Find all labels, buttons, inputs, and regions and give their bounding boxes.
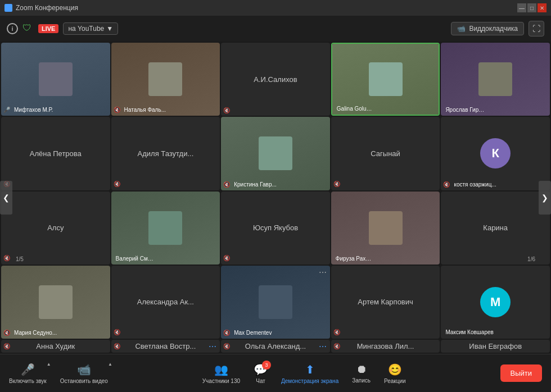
bottom-toolbar: 🎤 Включить звук ▲ 📹 Остановить видео ▲ 👥… bbox=[0, 354, 551, 392]
participant-cell-24[interactable]: Мингазова Лил... 🔇 bbox=[331, 340, 440, 353]
share-screen-icon: ⬆ bbox=[305, 363, 315, 376]
chat-label: Чат bbox=[256, 378, 265, 384]
participant-name-17: Александра Ак... bbox=[135, 295, 196, 308]
participant-name-12: Валерий Смор... bbox=[114, 255, 156, 262]
participant-name-18: Max Dementev bbox=[232, 329, 274, 336]
participant-cell-8[interactable]: 🔇 Кристина Гавр... bbox=[221, 117, 330, 190]
participant-name-21: Анна Худик bbox=[34, 340, 77, 353]
top-bar-right: 📹 Виддокладчика ⛶ bbox=[451, 21, 544, 37]
participant-name-2: Наталья Фаль... bbox=[122, 106, 168, 113]
avatar-10: К bbox=[480, 138, 511, 168]
video-label: Остановить видео bbox=[60, 378, 108, 384]
participant-cell-25[interactable]: Иван Евграфов bbox=[441, 340, 550, 353]
participant-cell-12[interactable]: Валерий Смор... bbox=[111, 192, 220, 265]
participant-cell-2[interactable]: 🔇 Наталья Фаль... bbox=[111, 43, 220, 116]
participant-name-1: Мифтахов М.Р. bbox=[12, 106, 55, 113]
next-page-arrow[interactable]: ❯ bbox=[539, 181, 551, 215]
title-bar-left: Zoom Конференция bbox=[4, 4, 78, 12]
participant-cell-15[interactable]: Карина 1/6 bbox=[441, 192, 550, 265]
chat-badge: 3 bbox=[262, 361, 271, 370]
record-button[interactable]: ⏺ Запись bbox=[352, 363, 371, 384]
participant-cell-19[interactable]: Артем Карпович 🔇 bbox=[331, 266, 440, 339]
participant-name-16: Мария Седуно... bbox=[12, 329, 59, 336]
info-icon[interactable]: i bbox=[7, 23, 18, 34]
youtube-button[interactable]: на YouTube ▼ bbox=[63, 22, 118, 35]
speaker-view-button[interactable]: 📹 Виддокладчика bbox=[451, 22, 524, 35]
chevron-up-video: ▲ bbox=[108, 362, 112, 367]
mute-icon-10: 🔇 bbox=[443, 181, 450, 188]
participant-cell-17[interactable]: Александра Ак... 🔇 bbox=[111, 266, 220, 339]
participant-cell-11[interactable]: Алсу 🔇 1/5 bbox=[1, 192, 110, 265]
participants-icon: 👥 bbox=[214, 363, 228, 376]
participant-name-23: Ольга Александ... bbox=[243, 340, 308, 353]
microphone-off-icon: 🎤 bbox=[21, 363, 35, 376]
participant-cell-21[interactable]: Анна Худик 🔇 bbox=[1, 340, 110, 353]
close-button[interactable]: ✕ bbox=[538, 3, 547, 12]
participant-cell-16[interactable]: 🔇 Мария Седуно... bbox=[1, 266, 110, 339]
maximize-button[interactable]: □ bbox=[527, 3, 536, 12]
participant-name-8: Кристина Гавр... bbox=[232, 181, 279, 188]
participant-cell-9[interactable]: Сагынай 🔇 bbox=[331, 117, 440, 190]
youtube-label: на YouTube bbox=[68, 25, 104, 33]
mute-icon-9: 🔇 bbox=[333, 181, 340, 187]
chevron-up-mute: ▲ bbox=[47, 362, 51, 367]
mute-icon-13: 🔇 bbox=[223, 255, 230, 261]
mute-icon-7: 🔇 bbox=[114, 181, 120, 187]
participant-name-11: Алсу bbox=[45, 221, 66, 234]
mute-icon-2: 🔇 bbox=[114, 107, 120, 113]
participant-name-4: Galina Golubeva bbox=[335, 105, 376, 112]
mute-icon-1: 🎤 bbox=[3, 107, 10, 113]
participant-name-15: Карина bbox=[481, 221, 510, 234]
participant-name-24: Мингазова Лил... bbox=[355, 340, 417, 353]
participant-name-13: Юсуп Якубов bbox=[251, 221, 300, 234]
participant-cell-6[interactable]: Алёна Петрова 🔇 bbox=[1, 117, 110, 190]
participant-cell-4[interactable]: Galina Golubeva bbox=[331, 43, 440, 116]
participants-button[interactable]: 👥 Участники 130 bbox=[202, 363, 240, 384]
mute-icon-17: 🔇 bbox=[114, 329, 120, 335]
participant-cell-1[interactable]: 🎤 Мифтахов М.Р. bbox=[1, 43, 110, 116]
participant-cell-13[interactable]: Юсуп Якубов 🔇 bbox=[221, 192, 330, 265]
share-screen-button[interactable]: ⬆ Демонстрация экрана bbox=[281, 363, 338, 384]
participant-cell-23[interactable]: Ольга Александ... ⋯ 🔇 bbox=[221, 340, 330, 353]
participant-cell-22[interactable]: Светлана Востр... ⋯ 🔇 bbox=[111, 340, 220, 353]
participant-cell-18[interactable]: ⋯ 🔇 Max Dementev bbox=[221, 266, 330, 339]
app-icon bbox=[4, 4, 12, 12]
participants-label: Участники 130 bbox=[202, 378, 240, 384]
window-title: Zoom Конференция bbox=[16, 4, 78, 12]
shield-icon: 🛡 bbox=[22, 23, 34, 34]
video-button[interactable]: 📹 Остановить видео ▲ bbox=[60, 363, 108, 384]
video-icon: 📹 bbox=[77, 363, 91, 376]
prev-page-arrow[interactable]: ❮ bbox=[0, 181, 12, 215]
share-label: Демонстрация экрана bbox=[281, 378, 338, 384]
participant-cell-10[interactable]: К 🔇 костя озаржиц... bbox=[441, 117, 550, 190]
participant-name-10: костя озаржиц... bbox=[451, 181, 498, 188]
chevron-down-icon: ▼ bbox=[106, 25, 113, 33]
toolbar-right: Выйти bbox=[500, 364, 543, 382]
participant-cell-7[interactable]: Адиля Тазутди... 🔇 bbox=[111, 117, 220, 190]
record-icon: ⏺ bbox=[356, 363, 367, 376]
window-controls[interactable]: — □ ✕ bbox=[517, 3, 547, 12]
participant-name-3: А.И.Салихов bbox=[251, 73, 299, 86]
three-dots-22[interactable]: ⋯ bbox=[209, 342, 216, 351]
participant-cell-3[interactable]: А.И.Салихов 🔇 bbox=[221, 43, 330, 116]
exit-button[interactable]: Выйти bbox=[500, 364, 543, 382]
participant-name-9: Сагынай bbox=[368, 147, 403, 160]
participant-cell-14[interactable]: Фируза Рахмат... bbox=[331, 192, 440, 265]
participant-cell-5[interactable]: Ярослав Гиряков bbox=[441, 43, 550, 116]
reactions-button[interactable]: 😊 Реакции bbox=[384, 363, 406, 384]
three-dots-18[interactable]: ⋯ bbox=[319, 268, 327, 277]
participant-cell-20[interactable]: М Максим Ковшарев bbox=[441, 266, 550, 339]
mute-button[interactable]: 🎤 Включить звук ▲ bbox=[9, 363, 47, 384]
minimize-button[interactable]: — bbox=[517, 3, 526, 12]
mute-icon-3: 🔇 bbox=[223, 107, 230, 113]
fullscreen-button[interactable]: ⛶ bbox=[529, 21, 544, 37]
participant-name-7: Адиля Тазутди... bbox=[136, 147, 196, 160]
three-dots-23[interactable]: ⋯ bbox=[319, 342, 327, 351]
mute-label: Включить звук bbox=[9, 378, 47, 384]
left-page-indicator: 1/5 bbox=[16, 256, 24, 262]
main-content: ❮ 🎤 Мифтахов М.Р. 🔇 Наталья Фаль... А bbox=[0, 42, 551, 354]
chat-button[interactable]: 💬 3 Чат bbox=[254, 363, 268, 384]
camera-icon: 📹 bbox=[457, 25, 466, 33]
participant-name-20: Максим Ковшарев bbox=[443, 329, 495, 336]
mute-icon-18: 🔇 bbox=[223, 330, 230, 336]
